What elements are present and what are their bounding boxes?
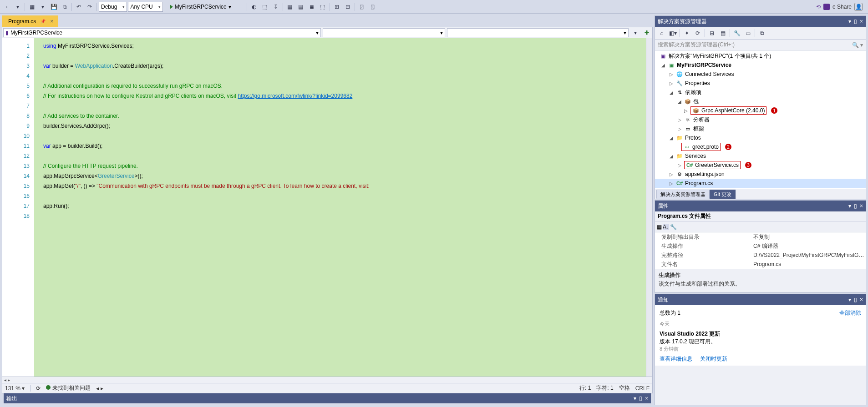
type-combo[interactable]: ▾ (323, 28, 446, 37)
sln-showall-icon[interactable]: ▤ (718, 28, 728, 38)
code-editor[interactable]: 123456789101112131415161718 using MyFirs… (2, 38, 653, 377)
prop-wrench-icon[interactable]: 🔧 (670, 224, 677, 230)
sln-sync-icon[interactable]: ✦ (682, 28, 692, 38)
main-toolbar: ◦ ▾ ▦ ▾ 💾 ⧉ ↶ ↷ Debug▾ Any CPU▾ MyFirstG… (0, 0, 868, 14)
notif-clear-all[interactable]: 全部消除 (839, 309, 861, 317)
zoom-combo[interactable]: 131 % ▾ (5, 385, 25, 392)
tb-misc-1[interactable]: ◐ (249, 2, 259, 12)
nav-fwd-icon[interactable]: ▾ (13, 2, 23, 12)
tb-misc-10[interactable]: ⍁ (357, 2, 367, 12)
output-dropdown-icon[interactable]: ▾ (634, 395, 636, 402)
indent-mode[interactable]: 空格 (619, 384, 630, 392)
live-share-button[interactable]: ⟲ e Share 👤 (816, 3, 866, 11)
properties-description: 生成操作 该文件与生成和部署过程的关系。 (655, 269, 866, 292)
tab-program-cs[interactable]: Program.cs 📌 × (2, 15, 58, 27)
play-icon (170, 5, 173, 9)
properties-panel: 属性 ▾▯× Program.cs 文件属性 ▦ A↓ 🔧 复制到输出目录不复制… (655, 200, 866, 293)
editor-status-bar: 131 % ▾ ⟳ 未找到相关问题 ◂ ▸ 行: 1 字符: 1 空格 CRLF (2, 383, 653, 393)
solution-explorer-panel: 解决方案资源管理器 ▾▯× ⌂ ◧▾ ✦ ⟳ ⊟ ▤ 🔧 ▭ ⧉ (655, 15, 866, 199)
tree-solution-root[interactable]: ▣解决方案"MyFirstGRPC"(1 个项目/共 1 个) (655, 51, 866, 60)
issue-status[interactable]: 未找到相关问题 (46, 384, 91, 392)
solution-explorer-header[interactable]: 解决方案资源管理器 ▾▯× (655, 16, 866, 27)
solution-toolbar: ⌂ ◧▾ ✦ ⟳ ⊟ ▤ 🔧 ▭ ⧉ (655, 27, 866, 40)
start-no-debug-icon[interactable] (235, 2, 245, 12)
nav-dropdown-extra[interactable]: ▾ (630, 28, 640, 38)
platform-combo[interactable]: Any CPU▾ (128, 2, 162, 12)
sln-home-icon[interactable]: ⌂ (657, 28, 667, 38)
tree-connected-services[interactable]: ▷🌐Connected Services (655, 70, 866, 79)
open-icon[interactable]: ▾ (38, 2, 48, 12)
start-debug-button[interactable]: MyFirstGRPCService ▾ (167, 2, 234, 12)
tab-git-changes[interactable]: Git 更改 (710, 190, 736, 199)
notif-item-line2: 版本 17.0.2 现已可用。 (660, 338, 861, 346)
hscroll-area[interactable]: ◂ ▸ (2, 377, 653, 383)
eol-mode[interactable]: CRLF (635, 385, 650, 392)
tb-misc-8[interactable]: ⊞ (332, 2, 342, 12)
pin-icon[interactable]: 📌 (41, 19, 46, 24)
prop-cat-icon[interactable]: ▦ (657, 224, 662, 230)
tb-misc-4[interactable]: ▦ (285, 2, 295, 12)
tb-misc-3[interactable]: ↧ (271, 2, 281, 12)
badge-1: 1 (771, 107, 777, 114)
notif-update-link[interactable]: 关闭时更新 (700, 356, 727, 362)
sln-view-icon[interactable]: ⧉ (757, 28, 767, 38)
badge-2: 2 (725, 144, 731, 150)
tb-misc-5[interactable]: ▤ (296, 2, 306, 12)
tree-services-folder[interactable]: ◢📁Services (655, 151, 866, 161)
tree-analyzers[interactable]: ▷⚛分析器 (655, 115, 866, 124)
sln-preview-icon[interactable]: ▭ (743, 28, 753, 38)
output-pin-icon[interactable]: ▯ (639, 395, 642, 402)
solution-bottom-tabs: 解决方案资源管理器 Git 更改 (655, 189, 866, 199)
notifications-header[interactable]: 通知 ▾▯× (655, 294, 866, 305)
sln-switch-icon[interactable]: ◧▾ (668, 28, 678, 38)
prop-alpha-icon[interactable]: A↓ (663, 224, 669, 230)
scope-combo[interactable]: ▮ MyFirstGRPCService ▾ (3, 28, 321, 37)
save-icon[interactable]: 💾 (49, 2, 59, 12)
tree-project[interactable]: ◢▣MyFirstGRPCService (655, 60, 866, 70)
member-combo[interactable]: ▾ (447, 28, 629, 37)
nav-back-icon[interactable]: ◦ (2, 2, 12, 12)
badge-3: 3 (745, 162, 751, 168)
close-icon[interactable]: × (50, 18, 53, 25)
output-close-icon[interactable]: × (645, 395, 648, 402)
save-all-icon[interactable]: ⧉ (60, 2, 70, 12)
tree-protos-folder[interactable]: ◢📁Protos (655, 133, 866, 142)
new-item-icon[interactable]: ▦ (27, 2, 37, 12)
tb-misc-7[interactable]: ⬚ (318, 2, 328, 12)
tree-program-cs[interactable]: ▷C#Program.cs (655, 179, 866, 188)
notif-details-link[interactable]: 查看详细信息 (660, 356, 692, 362)
tree-grpc-package[interactable]: ▷📦Grpc.AspNetCore (2.40.0)1 (655, 106, 866, 115)
tree-packages[interactable]: ◢📦包 (655, 97, 866, 106)
tree-frameworks[interactable]: ▷▭框架 (655, 124, 866, 133)
config-combo[interactable]: Debug▾ (99, 2, 127, 12)
nav-issues-prev[interactable]: ⟳ (36, 385, 41, 392)
properties-subtitle: Program.cs 文件属性 (655, 211, 866, 221)
sln-properties-icon[interactable]: 🔧 (732, 28, 742, 38)
sln-refresh-icon[interactable]: ⟳ (693, 28, 703, 38)
tab-solution-explorer[interactable]: 解决方案资源管理器 (656, 190, 710, 199)
tb-misc-11[interactable]: ⍂ (368, 2, 378, 12)
tree-greet-proto[interactable]: ↤greet.proto2 (655, 142, 866, 151)
properties-grid[interactable]: 复制到输出目录不复制生成操作C# 编译器完整路径D:\VS2022_Projec… (655, 232, 866, 269)
redo-icon[interactable]: ↷ (85, 2, 95, 12)
properties-toolbar: ▦ A↓ 🔧 (655, 221, 866, 232)
properties-header[interactable]: 属性 ▾▯× (655, 201, 866, 211)
tree-dependencies[interactable]: ◢⇅依赖项 (655, 88, 866, 97)
notif-today: 今天 (660, 321, 861, 327)
tb-misc-2[interactable]: ⬚ (260, 2, 270, 12)
undo-icon[interactable]: ↶ (74, 2, 84, 12)
solution-search[interactable]: 搜索解决方案资源管理器(Ctrl+;) 🔍 ▾ (655, 40, 866, 50)
tree-appsettings[interactable]: ▷⚙appsettings.json (655, 170, 866, 179)
tree-properties[interactable]: ▷🔧Properties (655, 79, 866, 88)
scrollbar[interactable] (646, 38, 652, 377)
sln-collapse-icon[interactable]: ⊟ (707, 28, 717, 38)
tree-greeter-service[interactable]: ▷C#GreeterService.cs3 (655, 161, 866, 170)
editor-nav-bar: ▮ MyFirstGRPCService ▾ ▾ ▾ ▾ ✚ (2, 27, 653, 38)
tb-misc-6[interactable]: ≣ (307, 2, 317, 12)
output-panel-header[interactable]: 输出 ▾ ▯ × (4, 393, 651, 403)
split-add-button[interactable]: ✚ (642, 28, 651, 37)
code-area[interactable]: using MyFirstGRPCService.Services;var bu… (34, 38, 646, 377)
solution-tree[interactable]: ▣解决方案"MyFirstGRPC"(1 个项目/共 1 个) ◢▣MyFirs… (655, 50, 866, 189)
tb-misc-9[interactable]: ⊟ (343, 2, 353, 12)
issues-nav[interactable]: ◂ ▸ (96, 385, 103, 392)
